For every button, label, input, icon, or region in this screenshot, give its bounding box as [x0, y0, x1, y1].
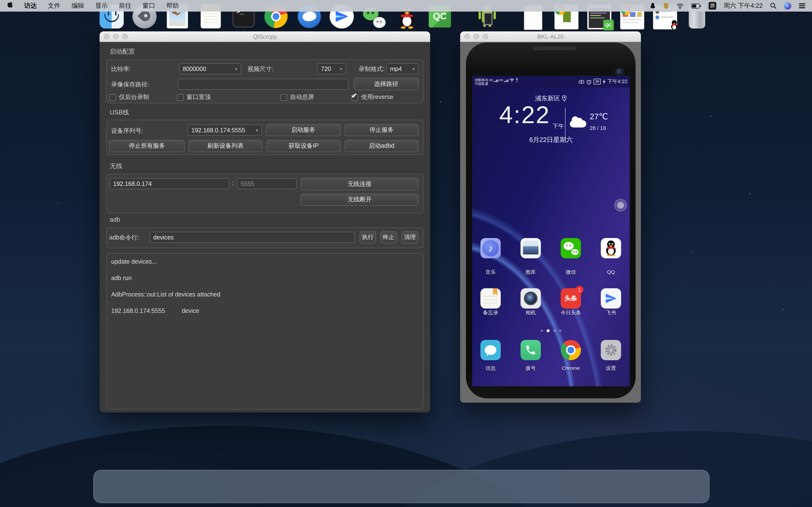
menu-go[interactable]: 前往 — [119, 1, 132, 10]
weather-high-low: 28 / 18 — [590, 125, 606, 131]
weather-temp[interactable]: 27℃ — [590, 112, 608, 122]
app-messages[interactable] — [480, 340, 501, 360]
record-path-input[interactable] — [178, 79, 349, 90]
app-label: 音乐 — [472, 269, 511, 276]
log-output[interactable]: update devices... adb run AdbProcess::ou… — [106, 253, 423, 409]
record-format-combobox[interactable]: mp4 ▾ — [386, 63, 418, 74]
eye-comfort-icon — [578, 79, 585, 84]
adb-clear-button[interactable]: 清理 — [402, 231, 418, 243]
adb-terminate-button[interactable]: 终止 — [380, 231, 397, 243]
network-4g-label: 4G — [499, 78, 503, 82]
adb-execute-button[interactable]: 执行 — [360, 231, 376, 243]
app-chrome[interactable] — [561, 340, 581, 360]
minimize-button[interactable] — [474, 34, 479, 39]
log-line: adb run — [111, 275, 132, 282]
choose-path-button[interactable]: 选择路径 — [354, 78, 418, 90]
gallery-photo-icon — [523, 241, 539, 255]
checkbox-label: 使用reverse — [361, 93, 393, 101]
dock — [93, 470, 710, 503]
wireless-port-input[interactable]: 5555 — [237, 178, 297, 189]
siri-icon[interactable] — [784, 2, 791, 9]
qq-penguin-icon — [604, 240, 618, 257]
notification-badge: 1 — [576, 286, 583, 294]
auto-screen-off-checkbox[interactable]: 自动息屏 — [280, 93, 314, 101]
apple-menu-icon[interactable] — [6, 2, 13, 10]
wifi-icon[interactable] — [676, 3, 684, 9]
qq-menubar-icon[interactable] — [650, 2, 656, 9]
start-service-button[interactable]: 启动服务 — [266, 124, 341, 136]
app-camera[interactable] — [520, 288, 541, 308]
charging-bolt-icon — [603, 79, 605, 84]
stop-service-button[interactable]: 停止服务 — [345, 124, 418, 136]
app-toutiao[interactable]: 头条 1 — [561, 288, 581, 308]
wireless-port-placeholder: 5555 — [241, 180, 254, 187]
page-indicator — [472, 329, 630, 332]
use-reverse-checkbox[interactable]: ✔ 使用reverse — [351, 93, 393, 101]
bitrate-combobox[interactable]: 8000000 ▾ — [179, 63, 241, 74]
wireless-section-label: 无线 — [110, 162, 122, 170]
minimize-button[interactable] — [113, 34, 118, 39]
usb-section-label: USB线 — [110, 108, 129, 117]
checkbox-label: 自动息屏 — [290, 93, 314, 101]
qtscrcpy-window: QtScrcpy 启动配置 比特率: 8000000 ▾ 视频尺寸: 720 ▾… — [100, 32, 430, 412]
wifi-icon — [509, 78, 514, 82]
device-serial-label: 设备序列号: — [111, 127, 143, 135]
page-dot — [559, 330, 561, 332]
wireless-ip-input[interactable]: 192.168.0.174 — [109, 178, 230, 189]
running-indicator — [111, 30, 113, 32]
weather-location[interactable]: 浦东新区 — [472, 94, 630, 103]
window-on-top-checkbox[interactable]: 窗口置顶 — [177, 93, 211, 101]
app-feishu[interactable] — [601, 288, 621, 308]
menubar-clock[interactable]: 周六 下午4:22 — [723, 1, 763, 10]
menu-window[interactable]: 窗口 — [143, 1, 155, 10]
phone-window-titlebar[interactable]: BKL-AL20 — [460, 32, 641, 42]
app-qq[interactable] — [601, 238, 621, 258]
menu-help[interactable]: 帮助 — [166, 1, 179, 10]
assistive-ball[interactable] — [614, 199, 627, 212]
refresh-device-list-button[interactable]: 刷新设备列表 — [189, 140, 262, 152]
app-gallery[interactable] — [520, 238, 541, 258]
clock-date[interactable]: 6月22日星期六 — [472, 136, 630, 145]
background-record-checkbox[interactable]: 仅后台录制 — [109, 93, 149, 101]
menu-edit[interactable]: 编辑 — [71, 1, 84, 10]
menu-view[interactable]: 显示 — [95, 1, 108, 10]
notification-center-icon[interactable] — [799, 3, 806, 9]
menu-file[interactable]: 文件 — [48, 1, 60, 10]
running-indicator — [439, 30, 441, 32]
log-line: 192.168.0.174:5555 device — [111, 307, 199, 314]
zoom-button[interactable] — [483, 34, 488, 39]
close-button[interactable] — [104, 34, 109, 39]
input-method-icon[interactable]: 拼 — [709, 2, 716, 10]
spotlight-search-icon[interactable] — [770, 2, 777, 9]
chevron-down-icon: ▾ — [412, 66, 415, 71]
paper-plane-icon — [605, 292, 617, 305]
shield-menubar-icon[interactable] — [663, 2, 669, 9]
chevron-down-icon: ▾ — [256, 128, 258, 132]
qtscrcpy-titlebar[interactable]: QtScrcpy — [100, 32, 430, 42]
adb-command-input[interactable]: devices — [149, 232, 355, 243]
android-status-bar: 优酷移动 3G 4G 中国联通 38 — [472, 76, 630, 88]
app-notes[interactable] — [480, 288, 501, 308]
stop-all-services-button[interactable]: 停止所有服务 — [109, 140, 185, 152]
wireless-connect-button[interactable]: 无线连接 — [301, 178, 418, 190]
app-dialer[interactable] — [520, 340, 541, 360]
menu-bar: 访达 文件 编辑 显示 前往 窗口 帮助 拼 周六 下午4:22 — [0, 0, 812, 12]
start-adbd-button[interactable]: 启动adbd — [345, 140, 418, 152]
menu-finder[interactable]: 访达 — [24, 1, 37, 10]
app-settings[interactable] — [601, 340, 621, 360]
desktop: 访达 文件 编辑 显示 前往 窗口 帮助 拼 周六 下午4:22 — [0, 0, 812, 507]
running-indicator — [243, 30, 245, 32]
app-wechat[interactable] — [561, 238, 581, 258]
app-music[interactable]: ♪ — [480, 238, 501, 258]
battery-icon[interactable] — [691, 3, 701, 8]
close-button[interactable] — [464, 34, 470, 39]
phone-handset-icon — [525, 344, 537, 356]
wireless-disconnect-button[interactable]: 无线断开 — [301, 193, 418, 206]
video-size-combobox[interactable]: 720 ▾ — [317, 63, 346, 74]
device-serial-combobox[interactable]: 192.168.0.174:5555 ▾ — [188, 125, 262, 136]
app-label: 微信 — [551, 269, 591, 276]
phone-screen[interactable]: 优酷移动 3G 4G 中国联通 38 — [472, 76, 630, 386]
get-device-ip-button[interactable]: 获取设备IP — [266, 140, 341, 152]
clock-time[interactable]: 4:22 — [499, 101, 550, 129]
zoom-button[interactable] — [122, 34, 128, 39]
